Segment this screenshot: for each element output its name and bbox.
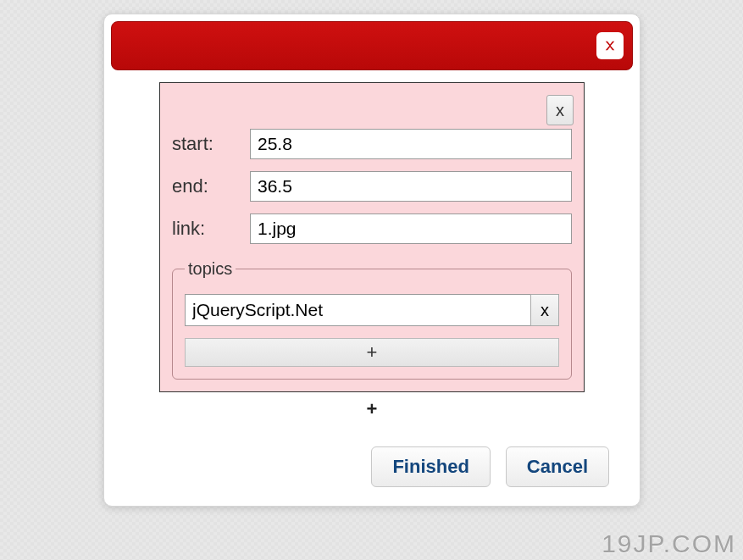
field-row-start: start: bbox=[172, 129, 572, 159]
topic-row: x bbox=[185, 294, 559, 326]
start-input[interactable] bbox=[250, 129, 572, 159]
watermark-text: 19JP.COM bbox=[602, 530, 736, 558]
topics-fieldset: topics x + bbox=[172, 259, 572, 380]
remove-group-button[interactable]: x bbox=[546, 95, 574, 125]
end-label: end: bbox=[172, 175, 250, 197]
dialog: x start: end: link: topics x + bbox=[103, 14, 640, 507]
start-label: start: bbox=[172, 133, 250, 155]
form-area: x start: end: link: topics x + bbox=[159, 82, 585, 426]
cancel-button[interactable]: Cancel bbox=[506, 446, 609, 487]
field-row-link: link: bbox=[172, 213, 572, 244]
dialog-close-button[interactable] bbox=[596, 32, 624, 59]
field-row-end: end: bbox=[172, 171, 572, 202]
add-topic-button[interactable]: + bbox=[185, 338, 559, 367]
link-input[interactable] bbox=[250, 213, 572, 244]
add-group-strip: + bbox=[159, 391, 585, 426]
end-input[interactable] bbox=[250, 171, 572, 202]
link-label: link: bbox=[172, 218, 250, 240]
add-group-button[interactable]: + bbox=[164, 397, 579, 421]
form-group: x start: end: link: topics x + bbox=[159, 82, 585, 392]
finished-button[interactable]: Finished bbox=[371, 446, 490, 487]
close-icon bbox=[602, 38, 618, 53]
dialog-header bbox=[111, 21, 633, 70]
topics-legend: topics bbox=[185, 259, 236, 279]
remove-topic-button[interactable]: x bbox=[530, 294, 559, 326]
dialog-buttons: Finished Cancel bbox=[111, 426, 633, 494]
topic-input[interactable] bbox=[185, 294, 530, 326]
